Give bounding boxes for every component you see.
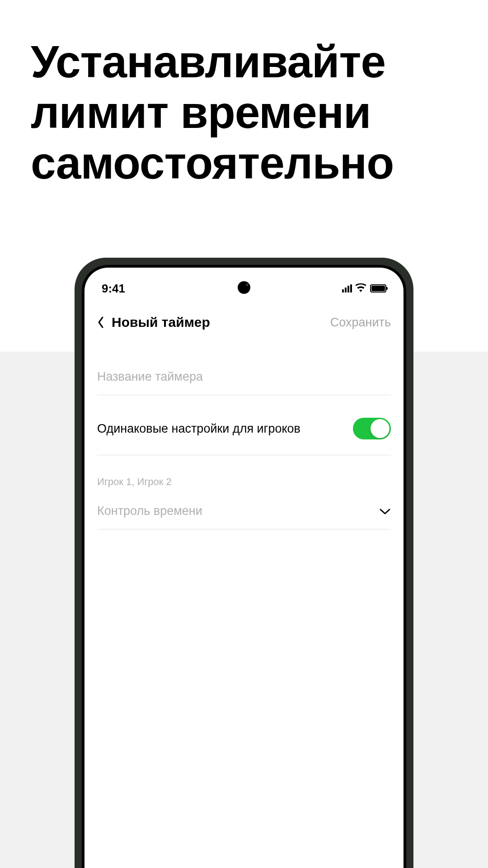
toggle-thumb <box>371 419 389 438</box>
phone-screen: 9:41 <box>84 268 404 868</box>
form-section: Название таймера Одинаковые настройки дл… <box>84 339 404 529</box>
same-settings-row: Одинаковые настройки для игроков <box>97 395 391 455</box>
signal-icon <box>342 284 352 292</box>
app-header: Новый таймер Сохранить <box>84 300 404 339</box>
battery-icon <box>370 284 386 292</box>
time-control-dropdown[interactable]: Контроль времени <box>97 488 391 529</box>
same-settings-label: Одинаковые настройки для игроков <box>97 422 300 436</box>
timer-name-input[interactable]: Название таймера <box>97 339 391 395</box>
status-bar: 9:41 <box>84 277 404 300</box>
chevron-down-icon <box>379 508 391 515</box>
timer-name-placeholder: Название таймера <box>97 370 203 383</box>
hero-title: Устанавливайте лимит времени самостоятел… <box>31 36 457 188</box>
players-label: Игрок 1, Игрок 2 <box>97 455 391 488</box>
same-settings-toggle[interactable] <box>353 418 391 439</box>
header-left: Новый таймер <box>97 315 210 330</box>
phone-inner-frame: 9:41 <box>82 265 406 868</box>
time-control-label: Контроль времени <box>97 504 202 518</box>
back-button[interactable] <box>97 316 104 329</box>
status-icons <box>342 283 386 294</box>
page-title: Новый таймер <box>112 315 210 330</box>
wifi-icon <box>356 283 366 294</box>
phone-frame: 9:41 <box>75 258 413 868</box>
save-button[interactable]: Сохранить <box>330 316 391 330</box>
status-time: 9:41 <box>102 282 125 296</box>
